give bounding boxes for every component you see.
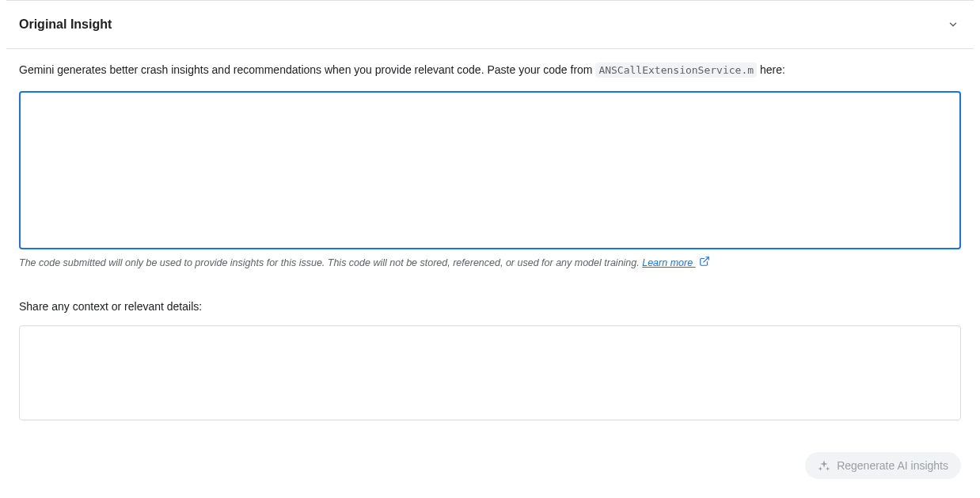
code-input-section: Gemini generates better crash insights a… xyxy=(6,49,974,433)
insight-panel: Original Insight Gemini generates better… xyxy=(0,0,980,482)
code-disclaimer: The code submitted will only be used to … xyxy=(19,256,961,272)
disclaimer-text: The code submitted will only be used to … xyxy=(19,257,642,268)
code-instruction-suffix: here: xyxy=(757,63,785,76)
regenerate-ai-insights-button[interactable]: Regenerate AI insights xyxy=(805,452,961,479)
svg-line-0 xyxy=(703,257,708,262)
accordion-title: Original Insight xyxy=(19,17,112,32)
learn-more-label: Learn more xyxy=(642,257,695,268)
chevron-down-icon xyxy=(945,17,961,32)
open-in-new-icon xyxy=(699,256,710,272)
code-input[interactable] xyxy=(19,91,961,249)
actions-row: Regenerate AI insights xyxy=(6,433,974,482)
code-instruction-line: Gemini generates better crash insights a… xyxy=(19,62,961,78)
regenerate-button-label: Regenerate AI insights xyxy=(837,459,948,472)
context-label: Share any context or relevant details: xyxy=(19,300,961,313)
learn-more-link[interactable]: Learn more xyxy=(642,257,709,268)
filename-code: ANSCallExtensionService.m xyxy=(595,63,757,78)
original-insight-accordion-header[interactable]: Original Insight xyxy=(6,1,974,48)
code-instruction-prefix: Gemini generates better crash insights a… xyxy=(19,63,595,76)
sparkle-icon xyxy=(818,459,830,472)
context-input[interactable] xyxy=(19,325,961,420)
